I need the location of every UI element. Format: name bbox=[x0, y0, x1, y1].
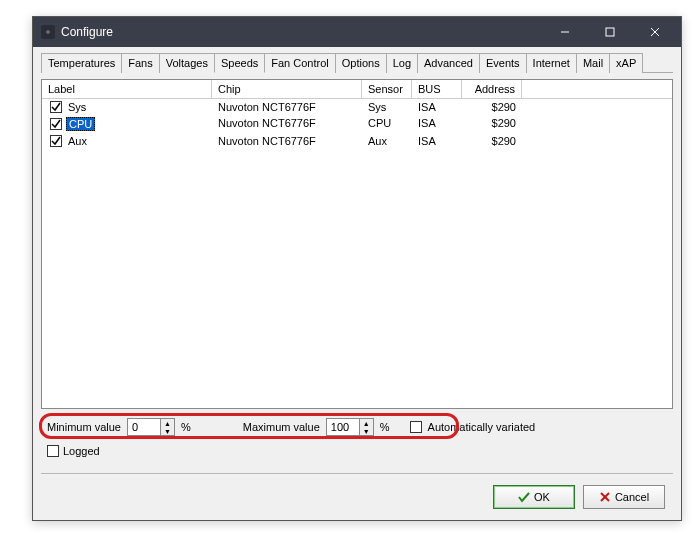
cell-sensor: Sys bbox=[362, 100, 412, 114]
tab-temperatures[interactable]: Temperatures bbox=[41, 53, 122, 73]
cell-address: $290 bbox=[462, 116, 522, 132]
col-header-sensor[interactable]: Sensor bbox=[362, 80, 412, 98]
titlebar: Configure bbox=[33, 17, 681, 47]
min-percent: % bbox=[181, 421, 191, 433]
col-header-chip[interactable]: Chip bbox=[212, 80, 362, 98]
cell-chip: Nuvoton NCT6776F bbox=[212, 116, 362, 132]
max-value-input[interactable] bbox=[326, 418, 360, 436]
value-row: Minimum value ▲▼ % Maximum value ▲▼ % Au… bbox=[41, 415, 673, 439]
row-label[interactable]: CPU bbox=[66, 117, 95, 131]
x-icon bbox=[599, 491, 611, 503]
row-label[interactable]: Aux bbox=[66, 135, 89, 147]
dialog-buttons: OK Cancel bbox=[41, 478, 673, 515]
cancel-button[interactable]: Cancel bbox=[583, 485, 665, 509]
cell-bus: ISA bbox=[412, 134, 462, 148]
min-value-spinner[interactable]: ▲▼ bbox=[127, 418, 175, 436]
max-percent: % bbox=[380, 421, 390, 433]
tab-xap[interactable]: xAP bbox=[609, 53, 643, 73]
cell-chip: Nuvoton NCT6776F bbox=[212, 134, 362, 148]
tab-fans[interactable]: Fans bbox=[121, 53, 159, 73]
configure-window: Configure TemperaturesFansVoltagesSpeeds… bbox=[32, 16, 682, 521]
tab-voltages[interactable]: Voltages bbox=[159, 53, 215, 73]
cell-sensor: CPU bbox=[362, 116, 412, 132]
logged-checkbox[interactable] bbox=[47, 445, 59, 457]
tab-speeds[interactable]: Speeds bbox=[214, 53, 265, 73]
min-value-input[interactable] bbox=[127, 418, 161, 436]
sensor-table: LabelChipSensorBUSAddress SysNuvoton NCT… bbox=[41, 79, 673, 409]
maximize-button[interactable] bbox=[587, 17, 632, 47]
close-button[interactable] bbox=[632, 17, 677, 47]
tab-mail[interactable]: Mail bbox=[576, 53, 610, 73]
cell-address: $290 bbox=[462, 100, 522, 114]
svg-rect-1 bbox=[606, 28, 614, 36]
logged-label: Logged bbox=[63, 445, 100, 457]
logged-row: Logged bbox=[41, 443, 673, 459]
row-label[interactable]: Sys bbox=[66, 101, 88, 113]
max-value-spinner[interactable]: ▲▼ bbox=[326, 418, 374, 436]
max-value-label: Maximum value bbox=[243, 421, 320, 433]
row-checkbox[interactable] bbox=[50, 118, 62, 130]
cell-bus: ISA bbox=[412, 100, 462, 114]
min-down-icon[interactable]: ▼ bbox=[161, 427, 174, 435]
table-row[interactable]: CPUNuvoton NCT6776FCPUISA$290 bbox=[42, 115, 672, 133]
tab-advanced[interactable]: Advanced bbox=[417, 53, 480, 73]
table-header: LabelChipSensorBUSAddress bbox=[42, 80, 672, 99]
table-body: SysNuvoton NCT6776FSysISA$290CPUNuvoton … bbox=[42, 99, 672, 149]
col-header-bus[interactable]: BUS bbox=[412, 80, 462, 98]
cell-address: $290 bbox=[462, 134, 522, 148]
tab-log[interactable]: Log bbox=[386, 53, 418, 73]
col-header-label[interactable]: Label bbox=[42, 80, 212, 98]
col-header-address[interactable]: Address bbox=[462, 80, 522, 98]
minimize-button[interactable] bbox=[542, 17, 587, 47]
table-row[interactable]: SysNuvoton NCT6776FSysISA$290 bbox=[42, 99, 672, 115]
cell-sensor: Aux bbox=[362, 134, 412, 148]
max-up-icon[interactable]: ▲ bbox=[360, 419, 373, 427]
tab-fan-control[interactable]: Fan Control bbox=[264, 53, 335, 73]
row-checkbox[interactable] bbox=[50, 135, 62, 147]
row-checkbox[interactable] bbox=[50, 101, 62, 113]
window-title: Configure bbox=[61, 25, 542, 39]
max-down-icon[interactable]: ▼ bbox=[360, 427, 373, 435]
check-icon bbox=[518, 491, 530, 503]
min-value-label: Minimum value bbox=[47, 421, 121, 433]
auto-variated-label: Automatically variated bbox=[428, 421, 536, 433]
tab-bar: TemperaturesFansVoltagesSpeedsFan Contro… bbox=[41, 53, 673, 73]
cell-bus: ISA bbox=[412, 116, 462, 132]
tab-events[interactable]: Events bbox=[479, 53, 527, 73]
app-icon bbox=[41, 25, 55, 39]
tab-options[interactable]: Options bbox=[335, 53, 387, 73]
table-row[interactable]: AuxNuvoton NCT6776FAuxISA$290 bbox=[42, 133, 672, 149]
ok-button[interactable]: OK bbox=[493, 485, 575, 509]
min-up-icon[interactable]: ▲ bbox=[161, 419, 174, 427]
cell-chip: Nuvoton NCT6776F bbox=[212, 100, 362, 114]
auto-variated-checkbox[interactable] bbox=[410, 421, 422, 433]
tab-internet[interactable]: Internet bbox=[526, 53, 577, 73]
